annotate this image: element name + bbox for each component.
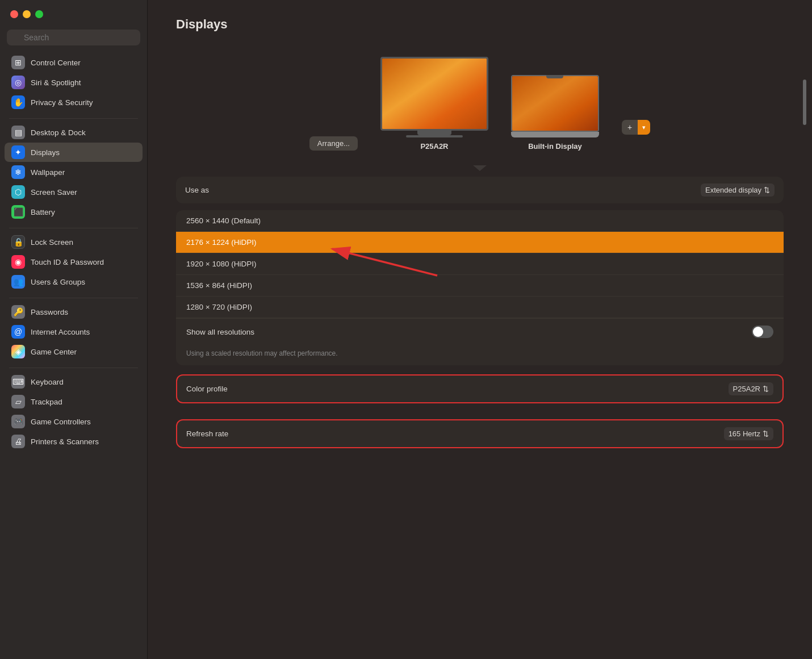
refresh-rate-label: Refresh rate <box>186 429 228 438</box>
sidebar-group-4: 🔑 Passwords @ Internet Accounts ◈ Game C… <box>0 302 147 362</box>
external-monitor[interactable] <box>380 57 488 137</box>
sidebar-item-keyboard[interactable]: ⌨ Keyboard <box>5 372 143 391</box>
sidebar-item-screen-saver[interactable]: ⬡ Screen Saver <box>5 182 143 202</box>
sidebar-item-internet-accounts[interactable]: @ Internet Accounts <box>5 322 143 341</box>
sidebar-label-internet-accounts: Internet Accounts <box>31 328 90 336</box>
sidebar-item-trackpad[interactable]: ▱ Trackpad <box>5 392 143 411</box>
sidebar-label-passwords: Passwords <box>31 308 68 316</box>
refresh-rate-panel: Refresh rate 165 Hertz ⇅ <box>176 419 784 448</box>
sidebar-item-desktop-dock[interactable]: ▤ Desktop & Dock <box>5 123 143 142</box>
divider-4 <box>9 368 138 368</box>
laptop-notch <box>546 75 563 78</box>
add-display-plus[interactable]: + <box>622 120 638 135</box>
scrollbar-track <box>803 45 806 125</box>
search-input[interactable] <box>7 30 140 45</box>
sidebar-item-wallpaper[interactable]: ❄ Wallpaper <box>5 162 143 182</box>
color-profile-row: Color profile P25A2R ⇅ <box>177 376 782 402</box>
add-display-button[interactable]: + ▾ <box>622 120 650 135</box>
resolution-item-3[interactable]: 1536 × 864 (HiDPI) <box>176 275 784 297</box>
refresh-rate-value: 165 Hertz <box>729 429 760 438</box>
resolution-panel: 2560 × 1440 (Default) 2176 × 1224 (HiDPI… <box>176 210 784 365</box>
builtin-display-item: Built-in Display <box>511 75 599 151</box>
external-display-item: P25A2R <box>380 57 488 151</box>
sidebar-item-game-center[interactable]: ◈ Game Center <box>5 342 143 361</box>
sidebar-item-siri-spotlight[interactable]: ◎ Siri & Spotlight <box>5 73 143 92</box>
users-groups-icon: 👥 <box>11 275 25 289</box>
control-center-icon: ⊞ <box>11 56 25 69</box>
minimize-button[interactable] <box>23 10 31 18</box>
sidebar-label-displays: Displays <box>31 148 60 157</box>
sidebar-item-game-controllers[interactable]: 🎮 Game Controllers <box>5 412 143 431</box>
external-monitor-foot <box>406 135 463 137</box>
siri-spotlight-icon: ◎ <box>11 76 25 89</box>
color-profile-panel: Color profile P25A2R ⇅ <box>176 374 784 403</box>
show-all-label: Show all resolutions <box>186 328 254 336</box>
sidebar-item-lock-screen[interactable]: 🔒 Lock Screen <box>5 232 143 252</box>
laptop-base <box>511 132 599 137</box>
refresh-rate-row: Refresh rate 165 Hertz ⇅ <box>177 420 782 447</box>
sidebar-label-game-controllers: Game Controllers <box>31 418 91 426</box>
sidebar-label-game-center: Game Center <box>31 348 77 356</box>
arrange-button[interactable]: Arrange... <box>309 136 358 151</box>
refresh-rate-chevron: ⇅ <box>763 429 769 438</box>
game-controllers-icon: 🎮 <box>11 415 25 428</box>
sidebar-label-users-groups: Users & Groups <box>31 278 85 286</box>
sidebar-item-displays[interactable]: ✦ Displays <box>5 143 143 162</box>
close-button[interactable] <box>10 10 18 18</box>
touch-id-icon: ◉ <box>11 255 25 269</box>
wallpaper-icon: ❄ <box>11 165 25 179</box>
laptop-screen <box>511 75 599 132</box>
sidebar-group-5: ⌨ Keyboard ▱ Trackpad 🎮 Game Controllers… <box>0 372 147 452</box>
use-as-chevron: ⇅ <box>764 186 770 194</box>
sidebar-item-privacy-security[interactable]: ✋ Privacy & Security <box>5 93 143 112</box>
resolution-item-0[interactable]: 2560 × 1440 (Default) <box>176 210 784 232</box>
show-all-row: Show all resolutions <box>176 318 784 345</box>
main-content: Displays Arrange... P25A2R B <box>148 0 812 659</box>
add-display-container: + ▾ <box>622 120 650 151</box>
refresh-rate-select[interactable]: 165 Hertz ⇅ <box>724 427 773 440</box>
sidebar-group-1: ⊞ Control Center ◎ Siri & Spotlight ✋ Pr… <box>0 52 147 112</box>
perf-note: Using a scaled resolution may affect per… <box>176 345 784 365</box>
sidebar-label-touch-id: Touch ID & Password <box>31 258 104 266</box>
sidebar-item-touch-id[interactable]: ◉ Touch ID & Password <box>5 252 143 272</box>
color-profile-value: P25A2R <box>733 385 760 393</box>
builtin-monitor[interactable] <box>511 75 599 137</box>
use-as-row: Use as Extended display ⇅ <box>176 177 784 203</box>
resolution-item-2[interactable]: 1920 × 1080 (HiDPI) <box>176 253 784 275</box>
external-monitor-screen <box>380 57 488 131</box>
show-all-toggle[interactable] <box>752 326 773 338</box>
printers-scanners-icon: 🖨 <box>11 435 25 448</box>
add-display-chevron[interactable]: ▾ <box>638 120 650 135</box>
builtin-display-label: Built-in Display <box>528 142 582 151</box>
sidebar-item-users-groups[interactable]: 👥 Users & Groups <box>5 272 143 291</box>
displays-icon: ✦ <box>11 145 25 159</box>
sidebar-item-printers-scanners[interactable]: 🖨 Printers & Scanners <box>5 432 143 451</box>
use-as-label: Use as <box>185 186 209 194</box>
color-profile-select[interactable]: P25A2R ⇅ <box>729 382 773 395</box>
sidebar-item-battery[interactable]: ⬛ Battery <box>5 202 143 222</box>
scrollbar-thumb[interactable] <box>803 80 806 125</box>
privacy-security-icon: ✋ <box>11 95 25 109</box>
sidebar-label-screen-saver: Screen Saver <box>31 188 77 197</box>
use-as-value: Extended display <box>705 186 761 194</box>
sidebar: 🔍 ⊞ Control Center ◎ Siri & Spotlight ✋ … <box>0 0 148 659</box>
maximize-button[interactable] <box>35 10 43 18</box>
resolution-item-4[interactable]: 1280 × 720 (HiDPI) <box>176 297 784 318</box>
displays-area: Arrange... P25A2R Built-in Display <box>176 45 784 156</box>
panel-pointer <box>176 165 784 171</box>
use-as-panel: Use as Extended display ⇅ <box>176 177 784 203</box>
use-as-select[interactable]: Extended display ⇅ <box>701 183 775 197</box>
sidebar-item-passwords[interactable]: 🔑 Passwords <box>5 302 143 322</box>
sidebar-label-control-center: Control Center <box>31 59 81 67</box>
game-center-icon: ◈ <box>11 345 25 358</box>
toggle-knob <box>753 327 763 337</box>
keyboard-icon: ⌨ <box>11 375 25 389</box>
sidebar-item-control-center[interactable]: ⊞ Control Center <box>5 53 143 72</box>
trackpad-icon: ▱ <box>11 395 25 408</box>
sidebar-label-privacy-security: Privacy & Security <box>31 98 93 107</box>
sidebar-label-wallpaper: Wallpaper <box>31 168 65 177</box>
battery-icon: ⬛ <box>11 205 25 219</box>
resolution-item-1[interactable]: 2176 × 1224 (HiDPI) <box>176 232 784 253</box>
sidebar-group-2: ▤ Desktop & Dock ✦ Displays ❄ Wallpaper … <box>0 122 147 222</box>
pointer-triangle <box>473 165 487 171</box>
